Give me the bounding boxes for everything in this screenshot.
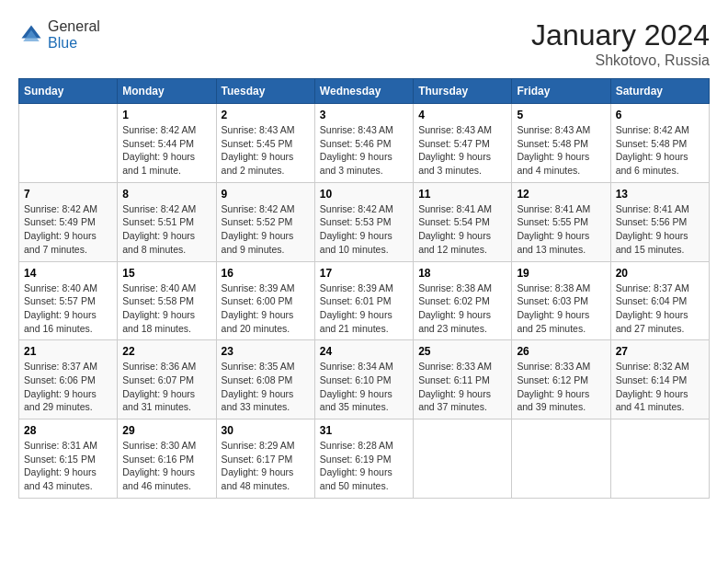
day-number: 6 xyxy=(616,109,704,121)
day-info: Sunrise: 8:30 AMSunset: 6:16 PMDaylight:… xyxy=(122,439,210,493)
calendar-cell: 24Sunrise: 8:34 AMSunset: 6:10 PMDayligh… xyxy=(314,340,413,419)
day-info: Sunrise: 8:32 AMSunset: 6:14 PMDaylight:… xyxy=(616,360,704,414)
day-number: 13 xyxy=(616,188,704,201)
calendar-week-row: 28Sunrise: 8:31 AMSunset: 6:15 PMDayligh… xyxy=(19,419,710,499)
day-info: Sunrise: 8:33 AMSunset: 6:11 PMDaylight:… xyxy=(418,360,506,414)
day-number: 7 xyxy=(24,188,112,201)
calendar-cell: 18Sunrise: 8:38 AMSunset: 6:02 PMDayligh… xyxy=(414,261,512,340)
day-number: 15 xyxy=(122,267,210,280)
weekday-header: Wednesday xyxy=(314,79,413,104)
day-number: 16 xyxy=(222,267,310,280)
day-number: 18 xyxy=(418,267,506,280)
calendar-cell: 12Sunrise: 8:41 AMSunset: 5:55 PMDayligh… xyxy=(512,182,610,261)
calendar-cell: 25Sunrise: 8:33 AMSunset: 6:11 PMDayligh… xyxy=(414,340,512,419)
calendar-cell: 13Sunrise: 8:41 AMSunset: 5:56 PMDayligh… xyxy=(610,182,709,261)
day-info: Sunrise: 8:33 AMSunset: 6:12 PMDaylight:… xyxy=(517,360,605,414)
calendar-cell: 22Sunrise: 8:36 AMSunset: 6:07 PMDayligh… xyxy=(118,340,216,419)
day-number: 3 xyxy=(320,109,408,121)
page-header: General Blue January 2024 Shkotovo, Russ… xyxy=(18,18,710,69)
day-info: Sunrise: 8:37 AMSunset: 6:04 PMDaylight:… xyxy=(616,282,704,336)
calendar-cell xyxy=(19,104,118,183)
day-info: Sunrise: 8:41 AMSunset: 5:54 PMDaylight:… xyxy=(418,202,506,257)
day-number: 24 xyxy=(320,345,408,358)
calendar-cell xyxy=(512,419,610,499)
day-number: 14 xyxy=(24,267,112,280)
day-info: Sunrise: 8:34 AMSunset: 6:10 PMDaylight:… xyxy=(320,360,408,414)
day-number: 27 xyxy=(616,345,704,358)
calendar-cell: 3Sunrise: 8:43 AMSunset: 5:46 PMDaylight… xyxy=(314,104,413,183)
calendar-cell: 19Sunrise: 8:38 AMSunset: 6:03 PMDayligh… xyxy=(512,261,610,340)
day-number: 26 xyxy=(517,345,605,358)
calendar-table: SundayMondayTuesdayWednesdayThursdayFrid… xyxy=(18,78,710,499)
day-number: 11 xyxy=(418,188,506,201)
calendar-cell: 15Sunrise: 8:40 AMSunset: 5:58 PMDayligh… xyxy=(118,261,216,340)
day-info: Sunrise: 8:42 AMSunset: 5:44 PMDaylight:… xyxy=(122,123,210,178)
logo: General Blue xyxy=(18,18,100,52)
day-info: Sunrise: 8:37 AMSunset: 6:06 PMDaylight:… xyxy=(24,360,112,414)
calendar-cell xyxy=(610,419,709,499)
calendar-cell: 11Sunrise: 8:41 AMSunset: 5:54 PMDayligh… xyxy=(414,182,512,261)
weekday-header: Saturday xyxy=(610,79,709,104)
day-number: 28 xyxy=(24,424,112,437)
calendar-cell: 17Sunrise: 8:39 AMSunset: 6:01 PMDayligh… xyxy=(314,261,413,340)
calendar-week-row: 14Sunrise: 8:40 AMSunset: 5:57 PMDayligh… xyxy=(19,261,710,340)
weekday-header: Thursday xyxy=(414,79,512,104)
day-number: 4 xyxy=(418,109,506,121)
day-info: Sunrise: 8:35 AMSunset: 6:08 PMDaylight:… xyxy=(222,360,310,414)
day-number: 19 xyxy=(517,267,605,280)
calendar-cell: 26Sunrise: 8:33 AMSunset: 6:12 PMDayligh… xyxy=(512,340,610,419)
day-info: Sunrise: 8:38 AMSunset: 6:02 PMDaylight:… xyxy=(418,282,506,336)
weekday-header-row: SundayMondayTuesdayWednesdayThursdayFrid… xyxy=(19,79,710,104)
day-info: Sunrise: 8:36 AMSunset: 6:07 PMDaylight:… xyxy=(122,360,210,414)
day-number: 12 xyxy=(517,188,605,201)
day-info: Sunrise: 8:28 AMSunset: 6:19 PMDaylight:… xyxy=(320,439,408,493)
calendar-cell: 1Sunrise: 8:42 AMSunset: 5:44 PMDaylight… xyxy=(118,104,216,183)
day-info: Sunrise: 8:43 AMSunset: 5:48 PMDaylight:… xyxy=(517,123,605,178)
calendar-cell: 31Sunrise: 8:28 AMSunset: 6:19 PMDayligh… xyxy=(314,419,413,499)
day-number: 2 xyxy=(222,109,310,121)
calendar-week-row: 7Sunrise: 8:42 AMSunset: 5:49 PMDaylight… xyxy=(19,182,710,261)
calendar-cell: 10Sunrise: 8:42 AMSunset: 5:53 PMDayligh… xyxy=(314,182,413,261)
calendar-cell: 16Sunrise: 8:39 AMSunset: 6:00 PMDayligh… xyxy=(216,261,314,340)
day-number: 31 xyxy=(320,424,408,437)
day-number: 22 xyxy=(122,345,210,358)
day-number: 9 xyxy=(222,188,310,201)
day-info: Sunrise: 8:43 AMSunset: 5:46 PMDaylight:… xyxy=(320,123,408,178)
calendar-cell xyxy=(414,419,512,499)
calendar-cell: 21Sunrise: 8:37 AMSunset: 6:06 PMDayligh… xyxy=(19,340,118,419)
day-number: 10 xyxy=(320,188,408,201)
calendar-cell: 7Sunrise: 8:42 AMSunset: 5:49 PMDaylight… xyxy=(19,182,118,261)
title-block: January 2024 Shkotovo, Russia xyxy=(531,18,710,69)
calendar-cell: 27Sunrise: 8:32 AMSunset: 6:14 PMDayligh… xyxy=(610,340,709,419)
calendar-cell: 20Sunrise: 8:37 AMSunset: 6:04 PMDayligh… xyxy=(610,261,709,340)
day-number: 8 xyxy=(122,188,210,201)
day-number: 20 xyxy=(616,267,704,280)
day-info: Sunrise: 8:38 AMSunset: 6:03 PMDaylight:… xyxy=(517,282,605,336)
calendar-cell: 30Sunrise: 8:29 AMSunset: 6:17 PMDayligh… xyxy=(216,419,314,499)
weekday-header: Tuesday xyxy=(216,79,314,104)
calendar-cell: 9Sunrise: 8:42 AMSunset: 5:52 PMDaylight… xyxy=(216,182,314,261)
day-number: 29 xyxy=(122,424,210,437)
day-number: 25 xyxy=(418,345,506,358)
calendar-cell: 23Sunrise: 8:35 AMSunset: 6:08 PMDayligh… xyxy=(216,340,314,419)
calendar-cell: 29Sunrise: 8:30 AMSunset: 6:16 PMDayligh… xyxy=(118,419,216,499)
day-number: 5 xyxy=(517,109,605,121)
day-info: Sunrise: 8:42 AMSunset: 5:52 PMDaylight:… xyxy=(222,202,310,257)
day-info: Sunrise: 8:40 AMSunset: 5:57 PMDaylight:… xyxy=(24,282,112,336)
logo-general-text: General xyxy=(48,18,100,34)
calendar-cell: 4Sunrise: 8:43 AMSunset: 5:47 PMDaylight… xyxy=(414,104,512,183)
calendar-cell: 28Sunrise: 8:31 AMSunset: 6:15 PMDayligh… xyxy=(19,419,118,499)
day-number: 30 xyxy=(222,424,310,437)
month-year-title: January 2024 xyxy=(531,18,710,52)
calendar-week-row: 21Sunrise: 8:37 AMSunset: 6:06 PMDayligh… xyxy=(19,340,710,419)
day-info: Sunrise: 8:39 AMSunset: 6:01 PMDaylight:… xyxy=(320,282,408,336)
day-info: Sunrise: 8:43 AMSunset: 5:47 PMDaylight:… xyxy=(418,123,506,178)
logo-icon xyxy=(18,22,44,48)
calendar-cell: 8Sunrise: 8:42 AMSunset: 5:51 PMDaylight… xyxy=(118,182,216,261)
location-subtitle: Shkotovo, Russia xyxy=(531,52,710,69)
day-number: 17 xyxy=(320,267,408,280)
weekday-header: Monday xyxy=(118,79,216,104)
day-info: Sunrise: 8:29 AMSunset: 6:17 PMDaylight:… xyxy=(222,439,310,493)
day-info: Sunrise: 8:42 AMSunset: 5:51 PMDaylight:… xyxy=(122,202,210,257)
calendar-cell: 6Sunrise: 8:42 AMSunset: 5:48 PMDaylight… xyxy=(610,104,709,183)
